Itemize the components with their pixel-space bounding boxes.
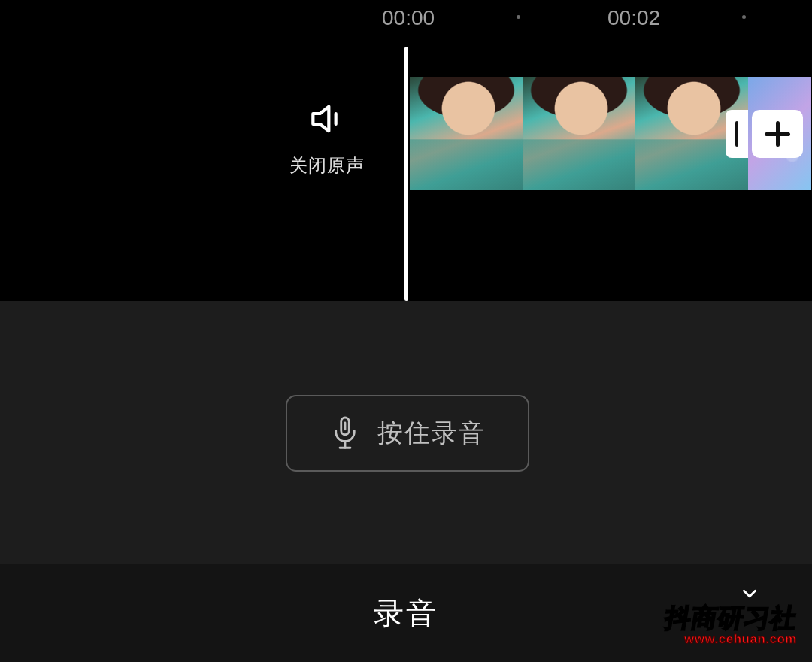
mode-label: 录音 — [374, 593, 438, 634]
mute-label: 关闭原声 — [289, 153, 365, 178]
add-clip-button[interactable] — [752, 110, 803, 158]
hold-to-record-button[interactable]: 按住录音 — [286, 395, 529, 472]
microphone-icon — [329, 415, 361, 452]
time-label-0: 00:00 — [382, 6, 435, 30]
speaker-icon — [306, 98, 348, 140]
mute-original-audio-button[interactable]: 关闭原声 — [289, 98, 365, 178]
time-ruler: 00:00 00:02 — [0, 6, 812, 36]
time-tick-icon — [517, 15, 520, 19]
collapse-icon[interactable] — [738, 582, 761, 605]
bottom-bar: 录音 — [0, 564, 812, 662]
clip-thumbnail[interactable] — [523, 77, 635, 190]
record-panel: 按住录音 — [0, 301, 812, 564]
svg-marker-0 — [313, 107, 329, 132]
time-tick-icon — [742, 15, 746, 19]
playhead[interactable] — [404, 47, 408, 301]
clip-trim-handle[interactable] — [726, 110, 748, 158]
time-label-2: 00:02 — [607, 6, 660, 30]
timeline-area: 00:00 00:02 关闭原声 — [0, 0, 812, 301]
clip-strip[interactable] — [410, 77, 811, 190]
handle-grip-icon — [735, 121, 738, 147]
clip-thumbnail[interactable] — [410, 77, 523, 190]
record-button-label: 按住录音 — [377, 416, 486, 451]
plus-icon — [776, 121, 780, 147]
